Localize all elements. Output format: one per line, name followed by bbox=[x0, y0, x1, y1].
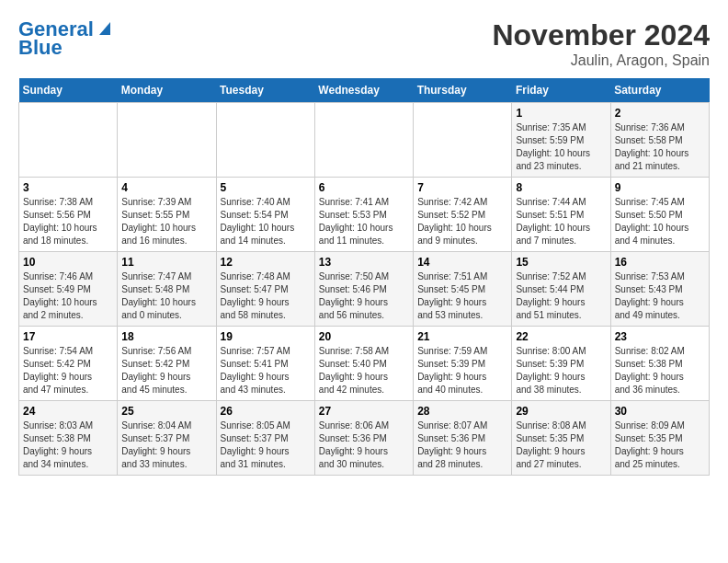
day-cell: 14Sunrise: 7:51 AM Sunset: 5:45 PM Dayli… bbox=[414, 252, 512, 327]
week-row-2: 3Sunrise: 7:38 AM Sunset: 5:56 PM Daylig… bbox=[19, 178, 710, 252]
day-info: Sunrise: 7:59 AM Sunset: 5:39 PM Dayligh… bbox=[417, 345, 507, 396]
day-cell bbox=[414, 103, 512, 178]
day-number: 22 bbox=[516, 330, 606, 343]
header-monday: Monday bbox=[118, 78, 216, 103]
day-number: 10 bbox=[23, 256, 113, 269]
day-cell: 4Sunrise: 7:39 AM Sunset: 5:55 PM Daylig… bbox=[118, 178, 216, 252]
day-number: 9 bbox=[615, 181, 705, 194]
day-number: 6 bbox=[319, 181, 409, 194]
day-info: Sunrise: 8:02 AM Sunset: 5:38 PM Dayligh… bbox=[615, 345, 705, 396]
day-number: 2 bbox=[615, 107, 705, 120]
month-title: November 2024 bbox=[492, 18, 710, 52]
day-cell: 17Sunrise: 7:54 AM Sunset: 5:42 PM Dayli… bbox=[19, 327, 118, 401]
day-cell: 20Sunrise: 7:58 AM Sunset: 5:40 PM Dayli… bbox=[314, 327, 413, 401]
day-number: 8 bbox=[516, 181, 606, 194]
day-number: 7 bbox=[417, 181, 507, 194]
header-sunday: Sunday bbox=[19, 78, 118, 103]
day-cell: 15Sunrise: 7:52 AM Sunset: 5:44 PM Dayli… bbox=[512, 252, 610, 327]
day-info: Sunrise: 7:36 AM Sunset: 5:58 PM Dayligh… bbox=[615, 121, 705, 173]
header-saturday: Saturday bbox=[610, 78, 709, 103]
day-cell: 8Sunrise: 7:44 AM Sunset: 5:51 PM Daylig… bbox=[512, 178, 610, 252]
header-tuesday: Tuesday bbox=[216, 78, 314, 103]
day-cell: 1Sunrise: 7:35 AM Sunset: 5:59 PM Daylig… bbox=[512, 103, 610, 178]
day-info: Sunrise: 7:57 AM Sunset: 5:41 PM Dayligh… bbox=[221, 345, 311, 396]
week-row-4: 17Sunrise: 7:54 AM Sunset: 5:42 PM Dayli… bbox=[19, 327, 710, 401]
logo-icon bbox=[96, 18, 114, 37]
day-cell: 11Sunrise: 7:47 AM Sunset: 5:48 PM Dayli… bbox=[118, 252, 216, 327]
day-cell bbox=[118, 103, 216, 178]
day-number: 20 bbox=[319, 330, 409, 343]
day-info: Sunrise: 7:47 AM Sunset: 5:48 PM Dayligh… bbox=[121, 270, 211, 322]
day-info: Sunrise: 8:00 AM Sunset: 5:39 PM Dayligh… bbox=[516, 345, 606, 396]
day-number: 16 bbox=[615, 256, 705, 269]
day-number: 14 bbox=[417, 256, 507, 269]
logo-text-blue: Blue bbox=[18, 37, 63, 59]
day-number: 26 bbox=[221, 405, 311, 418]
day-info: Sunrise: 8:04 AM Sunset: 5:37 PM Dayligh… bbox=[121, 419, 211, 471]
day-number: 12 bbox=[221, 256, 311, 269]
day-number: 29 bbox=[516, 405, 606, 418]
day-number: 1 bbox=[516, 107, 606, 120]
day-number: 5 bbox=[221, 181, 311, 194]
day-number: 15 bbox=[516, 256, 606, 269]
day-info: Sunrise: 7:58 AM Sunset: 5:40 PM Dayligh… bbox=[319, 345, 409, 396]
day-cell: 27Sunrise: 8:06 AM Sunset: 5:36 PM Dayli… bbox=[314, 401, 413, 476]
day-info: Sunrise: 8:09 AM Sunset: 5:35 PM Dayligh… bbox=[615, 419, 705, 471]
day-number: 13 bbox=[319, 256, 409, 269]
day-cell: 28Sunrise: 8:07 AM Sunset: 5:36 PM Dayli… bbox=[414, 401, 512, 476]
day-info: Sunrise: 7:38 AM Sunset: 5:56 PM Dayligh… bbox=[23, 196, 113, 247]
day-number: 23 bbox=[615, 330, 705, 343]
location: Jaulin, Aragon, Spain bbox=[492, 52, 710, 69]
day-number: 24 bbox=[23, 405, 113, 418]
day-cell: 2Sunrise: 7:36 AM Sunset: 5:58 PM Daylig… bbox=[610, 103, 709, 178]
week-row-5: 24Sunrise: 8:03 AM Sunset: 5:38 PM Dayli… bbox=[19, 401, 710, 476]
week-row-1: 1Sunrise: 7:35 AM Sunset: 5:59 PM Daylig… bbox=[19, 103, 710, 178]
day-number: 17 bbox=[23, 330, 113, 343]
day-info: Sunrise: 8:06 AM Sunset: 5:36 PM Dayligh… bbox=[319, 419, 409, 471]
day-cell: 7Sunrise: 7:42 AM Sunset: 5:52 PM Daylig… bbox=[414, 178, 512, 252]
day-info: Sunrise: 7:45 AM Sunset: 5:50 PM Dayligh… bbox=[615, 196, 705, 247]
day-number: 30 bbox=[615, 405, 705, 418]
day-info: Sunrise: 8:07 AM Sunset: 5:36 PM Dayligh… bbox=[417, 419, 507, 471]
day-cell: 5Sunrise: 7:40 AM Sunset: 5:54 PM Daylig… bbox=[216, 178, 314, 252]
header-thursday: Thursday bbox=[414, 78, 512, 103]
day-number: 25 bbox=[121, 405, 211, 418]
title-block: November 2024 Jaulin, Aragon, Spain bbox=[492, 18, 710, 69]
day-cell: 18Sunrise: 7:56 AM Sunset: 5:42 PM Dayli… bbox=[118, 327, 216, 401]
day-number: 11 bbox=[121, 256, 211, 269]
day-cell: 21Sunrise: 7:59 AM Sunset: 5:39 PM Dayli… bbox=[414, 327, 512, 401]
svg-marker-0 bbox=[99, 22, 110, 35]
header-wednesday: Wednesday bbox=[314, 78, 413, 103]
day-cell bbox=[314, 103, 413, 178]
day-cell: 9Sunrise: 7:45 AM Sunset: 5:50 PM Daylig… bbox=[610, 178, 709, 252]
day-info: Sunrise: 8:05 AM Sunset: 5:37 PM Dayligh… bbox=[221, 419, 311, 471]
day-cell: 12Sunrise: 7:48 AM Sunset: 5:47 PM Dayli… bbox=[216, 252, 314, 327]
calendar-table: SundayMondayTuesdayWednesdayThursdayFrid… bbox=[18, 78, 710, 476]
day-number: 4 bbox=[121, 181, 211, 194]
day-info: Sunrise: 7:44 AM Sunset: 5:51 PM Dayligh… bbox=[516, 196, 606, 247]
day-cell: 6Sunrise: 7:41 AM Sunset: 5:53 PM Daylig… bbox=[314, 178, 413, 252]
day-number: 19 bbox=[221, 330, 311, 343]
day-cell bbox=[216, 103, 314, 178]
day-cell: 26Sunrise: 8:05 AM Sunset: 5:37 PM Dayli… bbox=[216, 401, 314, 476]
day-info: Sunrise: 7:53 AM Sunset: 5:43 PM Dayligh… bbox=[615, 270, 705, 322]
day-info: Sunrise: 7:46 AM Sunset: 5:49 PM Dayligh… bbox=[23, 270, 113, 322]
day-info: Sunrise: 7:42 AM Sunset: 5:52 PM Dayligh… bbox=[417, 196, 507, 247]
day-info: Sunrise: 7:41 AM Sunset: 5:53 PM Dayligh… bbox=[319, 196, 409, 247]
day-info: Sunrise: 8:03 AM Sunset: 5:38 PM Dayligh… bbox=[23, 419, 113, 471]
day-cell: 13Sunrise: 7:50 AM Sunset: 5:46 PM Dayli… bbox=[314, 252, 413, 327]
day-cell: 29Sunrise: 8:08 AM Sunset: 5:35 PM Dayli… bbox=[512, 401, 610, 476]
day-cell: 10Sunrise: 7:46 AM Sunset: 5:49 PM Dayli… bbox=[19, 252, 118, 327]
day-cell: 30Sunrise: 8:09 AM Sunset: 5:35 PM Dayli… bbox=[610, 401, 709, 476]
day-cell: 16Sunrise: 7:53 AM Sunset: 5:43 PM Dayli… bbox=[610, 252, 709, 327]
day-info: Sunrise: 7:48 AM Sunset: 5:47 PM Dayligh… bbox=[221, 270, 311, 322]
day-number: 21 bbox=[417, 330, 507, 343]
day-number: 18 bbox=[121, 330, 211, 343]
day-cell: 23Sunrise: 8:02 AM Sunset: 5:38 PM Dayli… bbox=[610, 327, 709, 401]
logo: General Blue bbox=[18, 18, 114, 59]
day-info: Sunrise: 7:56 AM Sunset: 5:42 PM Dayligh… bbox=[121, 345, 211, 396]
page-header: General Blue November 2024 Jaulin, Arago… bbox=[18, 18, 710, 69]
calendar-header-row: SundayMondayTuesdayWednesdayThursdayFrid… bbox=[19, 78, 710, 103]
day-info: Sunrise: 7:50 AM Sunset: 5:46 PM Dayligh… bbox=[319, 270, 409, 322]
day-number: 27 bbox=[319, 405, 409, 418]
